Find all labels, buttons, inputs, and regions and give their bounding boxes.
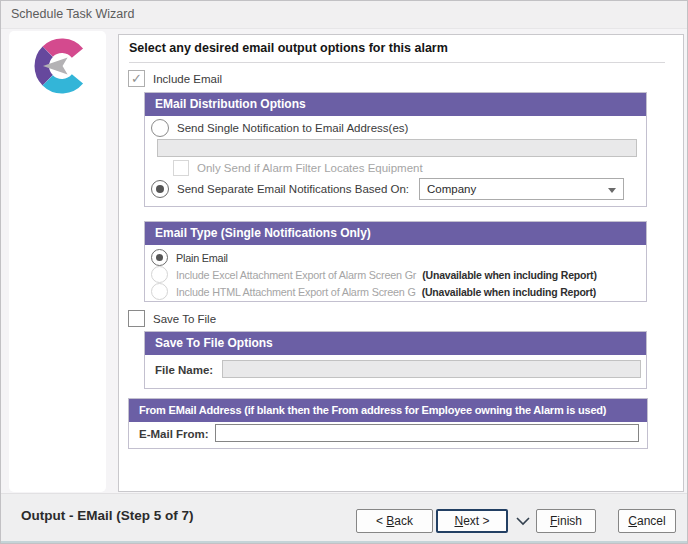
save-to-file-checkbox[interactable] <box>128 310 145 327</box>
include-email-row: Include Email <box>128 70 222 87</box>
title-bar[interactable]: Schedule Task Wizard <box>1 1 687 29</box>
window-title: Schedule Task Wizard <box>11 7 134 21</box>
page-title: Select any desired email output options … <box>129 41 448 55</box>
include-email-checkbox[interactable] <box>128 70 145 87</box>
save-to-file-label: Save To File <box>153 313 216 325</box>
only-send-row: Only Send if Alarm Filter Locates Equipm… <box>173 160 423 176</box>
wizard-step-status: Output - EMail (Step 5 of 7) <box>21 508 194 523</box>
plain-email-radio[interactable] <box>151 249 168 266</box>
html-unavailable-note: (Unavailable when including Report) <box>422 286 596 298</box>
only-send-label: Only Send if Alarm Filter Locates Equipm… <box>197 162 423 174</box>
include-email-label: Include Email <box>153 73 222 85</box>
heading-divider <box>129 62 665 63</box>
wizard-side-panel <box>9 31 106 492</box>
send-single-radio[interactable] <box>151 119 169 137</box>
from-email-header: From EMail Address (if blank then the Fr… <box>129 399 647 422</box>
send-separate-label: Send Separate Email Notifications Based … <box>177 183 409 195</box>
email-from-label: E-Mail From: <box>139 428 209 440</box>
excel-attachment-row: Include Excel Attachment Export of Alarm… <box>151 266 642 283</box>
next-button[interactable]: Next > <box>436 509 508 533</box>
email-from-input[interactable] <box>215 424 639 442</box>
html-attachment-row: Include HTML Attachment Export of Alarm … <box>151 283 642 300</box>
email-type-section: Email Type (Single Notifications Only) P… <box>144 221 647 302</box>
html-attachment-label: Include HTML Attachment Export of Alarm … <box>176 286 416 298</box>
footer-bar: Output - EMail (Step 5 of 7) < Back Next… <box>1 493 687 544</box>
chevron-down-icon <box>608 188 616 193</box>
send-single-row: Send Single Notification to Email Addres… <box>151 119 408 137</box>
cancel-button[interactable]: Cancel <box>618 509 676 533</box>
next-dropdown-chevron-icon[interactable] <box>510 509 536 533</box>
email-distribution-header: EMail Distribution Options <box>145 93 646 116</box>
plain-email-row: Plain Email <box>151 249 642 266</box>
email-distribution-section: EMail Distribution Options Send Single N… <box>144 92 647 207</box>
excel-unavailable-note: (Unavailable when including Report) <box>422 269 596 281</box>
app-logo-icon <box>34 38 90 94</box>
schedule-task-wizard-window: Schedule Task Wizard Select any desired … <box>0 0 688 544</box>
based-on-dropdown[interactable]: Company <box>419 178 624 200</box>
finish-button[interactable]: Finish <box>536 509 596 533</box>
only-send-checkbox <box>173 160 189 176</box>
back-button[interactable]: < Back <box>356 509 433 533</box>
excel-attachment-radio <box>151 266 168 283</box>
send-single-label: Send Single Notification to Email Addres… <box>177 122 408 134</box>
save-to-file-row: Save To File <box>128 310 216 327</box>
wizard-content-panel: Select any desired email output options … <box>118 34 684 492</box>
email-type-header: Email Type (Single Notifications Only) <box>145 222 646 245</box>
send-separate-row: Send Separate Email Notifications Based … <box>151 178 640 200</box>
email-addresses-input <box>157 139 637 157</box>
based-on-selected-value: Company <box>427 183 476 195</box>
plain-email-label: Plain Email <box>176 252 228 264</box>
excel-attachment-label: Include Excel Attachment Export of Alarm… <box>176 269 416 281</box>
from-email-section: From EMail Address (if blank then the Fr… <box>128 398 648 449</box>
save-to-file-section: Save To File Options File Name: <box>144 331 647 389</box>
file-name-label: File Name: <box>155 364 213 376</box>
html-attachment-radio <box>151 283 168 300</box>
send-separate-radio[interactable] <box>151 180 169 198</box>
file-name-input <box>222 360 641 378</box>
save-to-file-header: Save To File Options <box>145 332 646 355</box>
